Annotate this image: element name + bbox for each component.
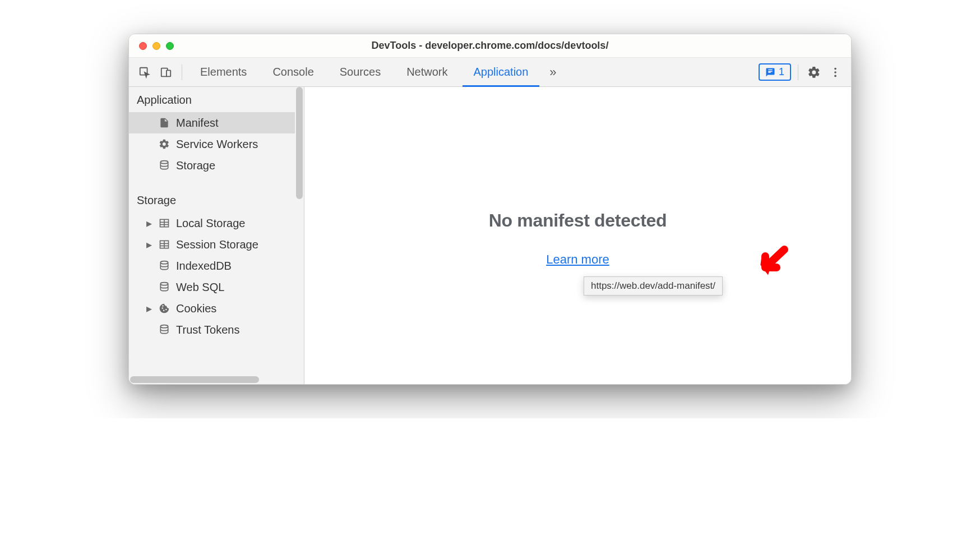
sidebar-item-storage[interactable]: ▸ Storage <box>129 155 304 176</box>
sidebar-hscroll-thumb[interactable] <box>130 376 259 383</box>
file-icon <box>158 117 170 129</box>
spacer: ▸ <box>146 137 152 151</box>
sidebar-item-label: Cookies <box>176 302 216 315</box>
database-icon <box>158 260 170 272</box>
kebab-menu-button[interactable] <box>826 63 844 81</box>
maximize-window-button[interactable] <box>166 42 174 50</box>
tab-overflow-button[interactable]: » <box>543 58 563 87</box>
sidebar-hscroll-track[interactable] <box>129 375 304 384</box>
sidebar-item-label: Web SQL <box>176 281 224 294</box>
sidebar-section-storage: Storage <box>129 187 304 213</box>
inspect-element-button[interactable] <box>136 63 154 81</box>
svg-rect-2 <box>167 70 170 76</box>
sidebar-item-local-storage[interactable]: ▸ Local Storage <box>129 213 304 234</box>
titlebar: DevTools - developer.chrome.com/docs/dev… <box>129 34 851 58</box>
sidebar-item-web-sql[interactable]: ▸ Web SQL <box>129 276 304 298</box>
sidebar-item-manifest[interactable]: ▸ Manifest <box>129 112 304 133</box>
tab-elements[interactable]: Elements <box>189 58 258 87</box>
sidebar-item-label: Session Storage <box>176 238 258 251</box>
tab-console[interactable]: Console <box>261 58 325 87</box>
sidebar-item-label: Local Storage <box>176 217 245 230</box>
spacer: ▸ <box>146 116 152 130</box>
sidebar-item-service-workers[interactable]: ▸ Service Workers <box>129 133 304 155</box>
sidebar-vscroll-thumb[interactable] <box>296 87 303 199</box>
sidebar-item-indexeddb[interactable]: ▸ IndexedDB <box>129 255 304 276</box>
settings-button[interactable] <box>805 63 823 81</box>
device-toolbar-button[interactable] <box>157 63 175 81</box>
traffic-lights <box>129 42 174 50</box>
spacer: ▸ <box>146 323 152 336</box>
database-icon <box>158 281 170 293</box>
minimize-window-button[interactable] <box>152 42 160 50</box>
tab-network[interactable]: Network <box>395 58 459 87</box>
close-window-button[interactable] <box>139 42 147 50</box>
sidebar-vscroll-track[interactable] <box>295 87 304 384</box>
title-prefix: DevTools - <box>372 40 426 51</box>
sidebar-item-label: Trust Tokens <box>176 324 239 336</box>
sidebar-section-application: Application <box>129 87 304 112</box>
content-area: Application ▸ Manifest ▸ Service Workers… <box>129 87 851 384</box>
spacer: ▸ <box>146 159 152 172</box>
cookie-icon <box>158 302 170 315</box>
link-tooltip: https://web.dev/add-manifest/ <box>584 276 723 296</box>
toolbar-separator <box>182 64 182 80</box>
gear-icon <box>807 66 821 79</box>
sidebar-item-label: Storage <box>176 159 215 172</box>
svg-point-16 <box>160 283 168 285</box>
sidebar-item-label: Manifest <box>176 117 219 130</box>
sidebar-item-label: IndexedDB <box>176 260 232 273</box>
device-icon <box>160 66 172 79</box>
empty-state-title: No manifest detected <box>304 210 851 231</box>
learn-more-link[interactable]: Learn more <box>546 252 609 267</box>
tab-sources[interactable]: Sources <box>329 58 392 87</box>
svg-point-4 <box>834 71 836 73</box>
table-icon <box>158 217 170 229</box>
spacer: ▸ <box>146 280 152 294</box>
devtools-window: DevTools - developer.chrome.com/docs/dev… <box>128 34 852 385</box>
inspect-icon <box>138 66 151 79</box>
kebab-icon <box>829 66 842 79</box>
sidebar-item-label: Service Workers <box>176 138 258 151</box>
caret-right-icon: ▸ <box>146 302 152 315</box>
main-toolbar: Elements Console Sources Network Applica… <box>129 58 851 87</box>
sidebar-item-trust-tokens[interactable]: ▸ Trust Tokens <box>129 319 304 340</box>
sidebar-item-cookies[interactable]: ▸ Cookies <box>129 298 304 319</box>
svg-point-17 <box>160 325 168 328</box>
caret-right-icon: ▸ <box>146 216 152 230</box>
chat-icon <box>765 67 775 77</box>
tab-application[interactable]: Application <box>463 58 540 87</box>
title-url: developer.chrome.com/docs/devtools/ <box>425 40 608 51</box>
gear-icon <box>158 138 170 150</box>
table-icon <box>158 238 170 251</box>
issues-count: 1 <box>779 66 784 78</box>
svg-point-15 <box>160 261 168 264</box>
annotation-arrow-icon <box>753 245 789 283</box>
main-pane: No manifest detected Learn more https://… <box>304 87 851 384</box>
database-icon <box>158 324 170 336</box>
window-title: DevTools - developer.chrome.com/docs/dev… <box>129 40 851 52</box>
toolbar-separator <box>798 64 798 80</box>
database-icon <box>158 159 170 172</box>
svg-point-5 <box>834 75 836 77</box>
application-sidebar: Application ▸ Manifest ▸ Service Workers… <box>129 87 304 384</box>
issues-button[interactable]: 1 <box>759 63 791 81</box>
sidebar-item-session-storage[interactable]: ▸ Session Storage <box>129 234 304 255</box>
caret-right-icon: ▸ <box>146 238 152 251</box>
spacer: ▸ <box>146 259 152 273</box>
svg-point-3 <box>834 67 836 70</box>
svg-point-6 <box>160 161 168 164</box>
